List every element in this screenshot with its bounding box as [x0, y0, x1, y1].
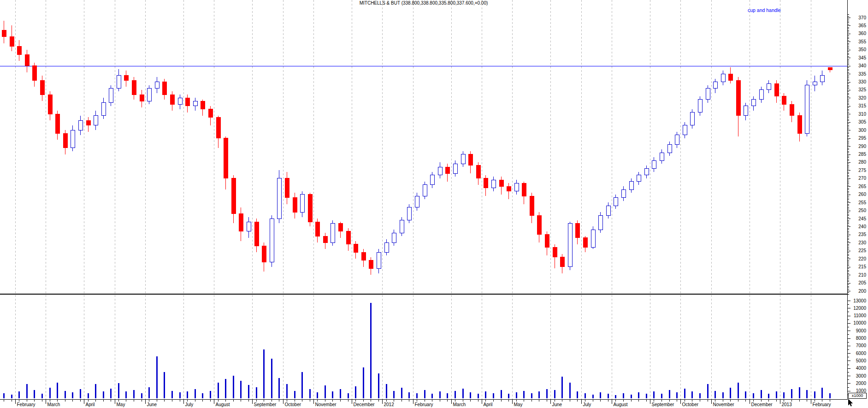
candle-up [644, 169, 649, 175]
volume-bar [661, 394, 662, 398]
month-label: August [216, 402, 230, 407]
candle-down [254, 222, 259, 246]
candle-down [828, 68, 832, 70]
price-tick-label: 200 [858, 289, 866, 294]
annotation-cup-and-handle[interactable]: cup and handle [748, 7, 781, 13]
candle-down [507, 186, 511, 191]
candle-up [660, 153, 664, 160]
candle-down [239, 214, 243, 231]
price-tick-label: 240 [858, 224, 866, 229]
candle-down [522, 183, 526, 196]
price-tick-label: 340 [858, 63, 866, 68]
candle-up [621, 189, 626, 197]
volume-bar [829, 393, 831, 398]
volume-bar [791, 389, 792, 398]
volume-bar [585, 393, 586, 398]
candle-up [690, 112, 694, 125]
volume-bar [745, 391, 746, 398]
volume-bar [141, 393, 142, 398]
price-tick-label: 265 [858, 184, 866, 189]
price-pane[interactable] [0, 0, 847, 294]
volume-bar [263, 349, 265, 398]
price-tick-label: 255 [858, 200, 866, 205]
volume-bar [638, 392, 639, 398]
candle-up [247, 222, 251, 231]
candle-up [675, 135, 679, 145]
volume-bar [370, 303, 372, 398]
chart-window: FebruaryMarchAprilMayJuneJulyAugustSepte… [0, 0, 868, 408]
candle-up [109, 88, 113, 102]
volume-bar [378, 373, 379, 398]
candle-up [759, 90, 763, 100]
volume-bar [653, 391, 655, 398]
price-tick-label: 245 [858, 216, 866, 221]
month-label: December [751, 402, 773, 407]
volume-bar [722, 392, 724, 398]
volume-bar [569, 383, 571, 398]
volume-bar [72, 392, 73, 398]
candle-down [338, 223, 342, 231]
volume-bar [65, 391, 66, 398]
volume-bar [646, 394, 647, 398]
volume-tick-label: 4000 [856, 366, 867, 371]
candle-up [820, 76, 824, 82]
month-label: June [552, 402, 562, 407]
price-tick-label: 235 [858, 232, 866, 237]
candle-down [445, 167, 449, 173]
volume-bar [768, 394, 769, 398]
month-label: November [315, 402, 337, 407]
volume-tick-label: 3000 [856, 373, 867, 378]
candle-up [270, 219, 274, 262]
volume-tick-label: 6000 [856, 351, 867, 356]
candle-down [468, 154, 472, 166]
volume-bar [18, 391, 20, 398]
candle-up [591, 230, 595, 247]
candle-down [32, 66, 36, 80]
volume-bar [447, 393, 448, 398]
price-tick-label: 250 [858, 208, 866, 213]
candle-down [224, 138, 228, 178]
candle-down [262, 246, 266, 262]
candle-down [86, 120, 90, 125]
price-tick-label: 310 [858, 112, 866, 117]
month-label: August [614, 402, 628, 407]
price-tick-label: 210 [858, 272, 866, 278]
candle-up [384, 242, 389, 252]
candle-up [71, 130, 75, 148]
candle-up [101, 103, 106, 116]
price-tick-label: 215 [858, 264, 866, 269]
month-label: December [354, 402, 375, 407]
volume-bar [41, 394, 43, 398]
volume-bar [554, 390, 555, 398]
volume-bar [88, 393, 89, 398]
price-tick-label: 230 [858, 240, 866, 245]
volume-bar [806, 390, 808, 398]
volume-bar [470, 392, 471, 398]
price-tick-label: 295 [858, 136, 866, 141]
price-tick-label: 350 [858, 47, 866, 52]
candle-up [751, 100, 756, 106]
candle-up [637, 175, 641, 182]
price-tick-label: 330 [858, 79, 866, 84]
candle-up [767, 83, 771, 90]
volume-tick-label: 13000 [853, 298, 866, 303]
volume-bar [730, 388, 731, 398]
volume-bar [363, 367, 364, 398]
volume-bar [195, 389, 196, 398]
candle-down [285, 178, 289, 198]
volume-bar [439, 391, 441, 398]
volume-bar [11, 395, 12, 398]
volume-bar [34, 390, 35, 398]
volume-bar [240, 381, 242, 398]
candle-down [774, 83, 779, 96]
volume-bar [401, 388, 402, 398]
volume-bar [799, 387, 800, 398]
month-label: March [47, 402, 60, 407]
candle-up [629, 182, 633, 189]
price-tick-label: 315 [858, 103, 866, 108]
volume-pane[interactable] [0, 295, 847, 400]
candle-up [721, 74, 725, 82]
candle-down [293, 198, 297, 212]
month-label: February [813, 402, 831, 407]
candle-down [55, 114, 59, 133]
